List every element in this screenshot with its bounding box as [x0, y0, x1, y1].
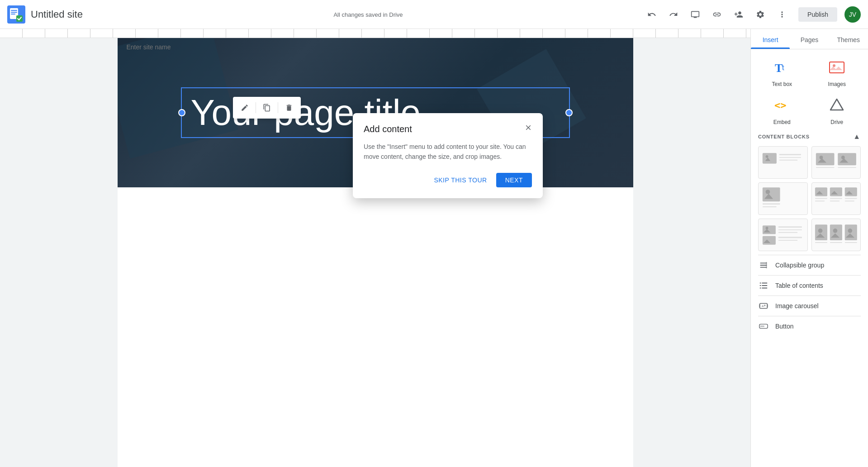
svg-marker-11 [830, 99, 843, 110]
svg-rect-59 [760, 288, 761, 289]
site-name-input[interactable] [127, 43, 206, 51]
svg-rect-26 [763, 203, 780, 205]
tab-themes[interactable]: Themes [829, 29, 868, 49]
content-area[interactable] [118, 187, 633, 391]
content-blocks-collapse[interactable]: ▲ [853, 133, 861, 141]
svg-rect-29 [830, 187, 842, 196]
insert-images[interactable]: Images [813, 57, 861, 87]
svg-rect-44 [778, 240, 798, 241]
svg-point-25 [766, 190, 770, 194]
link-button[interactable] [708, 5, 726, 24]
next-button[interactable]: NEXT [496, 173, 532, 187]
block-thumb-5[interactable] [758, 219, 808, 251]
svg-rect-27 [763, 206, 777, 207]
drive-label: Drive [830, 119, 843, 125]
svg-rect-17 [779, 159, 798, 160]
user-avatar[interactable]: JV [844, 6, 861, 23]
header-center: All changes saved in Drive [94, 10, 643, 19]
svg-rect-4 [11, 14, 15, 14]
image-carousel-label: Image carousel [775, 302, 819, 310]
resize-handle-left[interactable] [178, 109, 185, 116]
svg-rect-8 [830, 62, 844, 73]
insert-embed[interactable]: <> Embed [758, 95, 806, 125]
svg-rect-18 [816, 153, 835, 165]
app-logo [7, 5, 25, 24]
insert-row-2: <> Embed Drive [758, 95, 861, 125]
element-toolbar [233, 97, 301, 119]
header: Untitled site All changes saved in Drive [0, 0, 868, 29]
svg-point-64 [764, 305, 766, 306]
svg-rect-61 [760, 304, 768, 309]
svg-rect-37 [763, 225, 776, 234]
svg-rect-43 [778, 237, 802, 238]
insert-drive[interactable]: Drive [813, 95, 861, 125]
drive-icon [826, 95, 848, 116]
page-canvas: Your page title [118, 38, 633, 467]
svg-rect-53 [845, 242, 857, 243]
svg-rect-32 [830, 198, 842, 199]
svg-point-38 [766, 227, 768, 229]
dialog-title: Add content [364, 124, 532, 134]
ruler-horizontal [0, 29, 750, 38]
duplicate-button[interactable] [259, 100, 275, 116]
app-title: Untitled site [31, 9, 83, 20]
svg-text:t: t [782, 63, 784, 72]
main-layout: Your page title Insert Pages Themes [0, 29, 868, 467]
block-thumb-1[interactable] [758, 146, 808, 179]
svg-rect-16 [779, 157, 801, 157]
skip-tour-button[interactable]: SKIP THIS TOUR [428, 173, 492, 187]
block-thumb-6[interactable] [811, 219, 861, 251]
image-carousel-icon [758, 300, 769, 311]
dialog-close-button[interactable] [521, 120, 536, 135]
images-icon [826, 57, 848, 78]
svg-text:T: T [775, 62, 783, 75]
panel-content: T t Text box Images [751, 49, 868, 467]
svg-rect-60 [762, 288, 767, 289]
panel-tabs: Insert Pages Themes [751, 29, 868, 49]
svg-point-14 [766, 155, 768, 158]
block-thumb-3[interactable] [758, 182, 808, 215]
svg-rect-40 [778, 226, 802, 228]
preview-button[interactable] [686, 5, 704, 24]
tab-pages[interactable]: Pages [790, 29, 829, 49]
blocks-grid [758, 146, 861, 251]
collapsible-group-item[interactable]: Collapsible group [758, 255, 861, 275]
svg-rect-20 [838, 153, 856, 165]
svg-rect-31 [815, 198, 827, 199]
svg-rect-63 [767, 304, 768, 307]
redo-button[interactable] [664, 5, 683, 24]
svg-point-9 [833, 64, 835, 67]
svg-rect-23 [838, 167, 856, 168]
svg-rect-28 [815, 187, 827, 196]
resize-handle-right[interactable] [565, 109, 573, 116]
publish-button[interactable]: Publish [798, 7, 837, 22]
settings-button[interactable] [751, 5, 769, 24]
button-item[interactable]: Button [758, 316, 861, 336]
svg-rect-42 [778, 232, 798, 233]
insert-text-box[interactable]: T t Text box [758, 57, 806, 87]
svg-rect-33 [845, 198, 857, 199]
embed-label: Embed [773, 119, 791, 125]
collapsible-group-label: Collapsible group [775, 262, 824, 269]
edit-button[interactable] [237, 100, 253, 116]
canvas-scroll[interactable]: Your page title [0, 38, 750, 467]
svg-text:<>: <> [774, 100, 787, 111]
svg-rect-3 [11, 12, 17, 13]
header-actions: Publish JV [643, 5, 861, 24]
undo-button[interactable] [643, 5, 661, 24]
block-thumb-4[interactable] [811, 182, 861, 215]
delete-button[interactable] [281, 100, 297, 116]
table-of-contents-item[interactable]: Table of contents [758, 275, 861, 295]
share-button[interactable] [730, 5, 748, 24]
images-label: Images [828, 81, 846, 87]
more-button[interactable] [773, 5, 791, 24]
tab-insert[interactable]: Insert [751, 29, 790, 49]
content-blocks-title: CONTENT BLOCKS ▲ [758, 133, 861, 141]
image-carousel-item[interactable]: Image carousel [758, 295, 861, 316]
block-thumb-2[interactable] [811, 146, 861, 179]
svg-point-19 [819, 156, 823, 159]
svg-point-46 [818, 228, 823, 233]
svg-rect-51 [815, 242, 827, 243]
svg-rect-39 [763, 236, 776, 244]
svg-rect-35 [830, 200, 840, 201]
